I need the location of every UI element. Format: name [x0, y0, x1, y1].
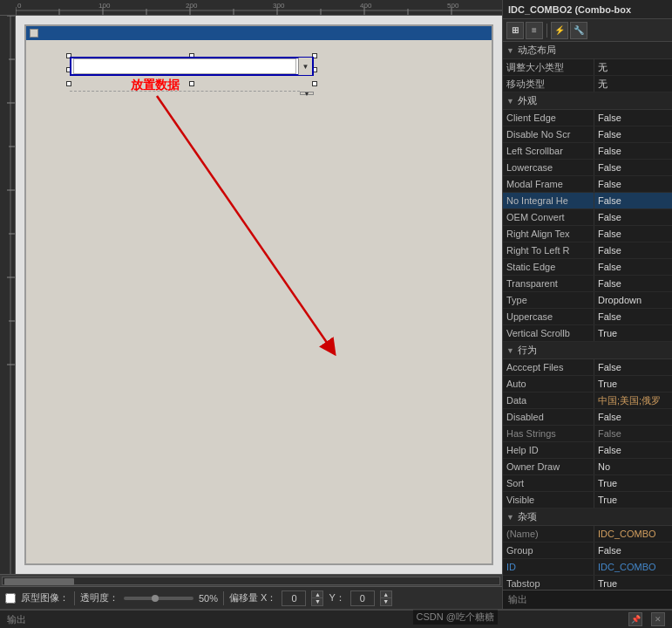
combo-widget-container[interactable]: ▼ ▼	[70, 57, 314, 83]
prop-row-move-type[interactable]: 移动类型 无	[503, 76, 672, 92]
prop-row-right-align-tex[interactable]: Right Align Tex False	[503, 226, 672, 242]
prop-value-move-type: 无	[594, 78, 672, 91]
toolbar-btn-2[interactable]: ≡	[526, 22, 543, 39]
annotation-arrow: 放置数据	[157, 96, 357, 366]
section-behavior[interactable]: ▼ 行为	[503, 342, 672, 359]
offset-x-input[interactable]	[282, 590, 306, 606]
section-behavior-label: 行为	[518, 344, 537, 357]
prop-row-disable-no-scr[interactable]: Disable No Scr False	[503, 126, 672, 143]
section-dynamic-layout-label: 动态布局	[518, 44, 556, 57]
prop-row-data[interactable]: Data 中国;美国;俄罗	[503, 392, 672, 409]
prop-row-modal-frame[interactable]: Modal Frame False	[503, 176, 672, 193]
toolbar-btn-3[interactable]: ⚡	[551, 22, 568, 39]
dock-close-btn[interactable]: ✕	[651, 612, 665, 626]
prop-row-vertical-scrollb[interactable]: Vertical Scrollb True	[503, 325, 672, 342]
prop-row-name[interactable]: (Name) IDC_COMBO	[503, 526, 672, 543]
prop-row-owner-draw[interactable]: Owner Draw No	[503, 459, 672, 475]
props-title: IDC_COMBO2 (Combo-box	[503, 0, 672, 19]
handle-br[interactable]	[312, 81, 317, 86]
prop-row-transparent[interactable]: Transparent False	[503, 276, 672, 292]
prop-row-tabstop[interactable]: Tabstop True	[503, 576, 672, 590]
prop-row-static-edge[interactable]: Static Edge False	[503, 259, 672, 276]
output-panel: 输出	[503, 590, 672, 609]
dock-pin-btn[interactable]: 📌	[628, 612, 642, 626]
handle-bm[interactable]	[189, 81, 194, 86]
toolbar-btn-1[interactable]: ⊞	[506, 22, 524, 39]
prop-row-lowercase[interactable]: Lowercase False	[503, 160, 672, 176]
prop-row-group[interactable]: Group False	[503, 543, 672, 559]
svg-text:400: 400	[360, 2, 372, 10]
prop-row-auto[interactable]: Auto True	[503, 376, 672, 392]
zoom-label: 50%	[199, 593, 218, 604]
prop-row-oem-convert[interactable]: OEM Convert False	[503, 209, 672, 226]
transparency-label: 透明度：	[80, 591, 119, 604]
ruler-horizontal: 0 100 200 300 400 500	[0, 0, 502, 16]
svg-text:100: 100	[98, 2, 111, 10]
prop-row-type[interactable]: Type Dropdown	[503, 292, 672, 309]
prop-row-right-to-left[interactable]: Right To Left R False	[503, 242, 672, 259]
prop-row-id[interactable]: ID IDC_COMBO	[503, 559, 672, 576]
svg-text:0: 0	[17, 2, 22, 10]
watermark: CSDN @吃个糖糖	[413, 610, 498, 625]
properties-panel: IDC_COMBO2 (Combo-box ⊞ ≡ ⚡ 🔧 ▼ 动态布局	[502, 0, 672, 609]
combo-box[interactable]: ▼	[70, 57, 314, 76]
handle-bl[interactable]	[66, 81, 71, 86]
prop-name-move-type: 移动类型	[503, 76, 594, 92]
prop-row-no-integral-he[interactable]: No Integral He False	[503, 193, 672, 209]
prop-row-has-strings[interactable]: Has Strings False	[503, 426, 672, 442]
bottom-dock-label: 输出	[7, 613, 26, 626]
section-appearance-label: 外观	[518, 94, 537, 107]
transparency-slider[interactable]	[124, 597, 193, 600]
svg-text:500: 500	[447, 2, 459, 10]
prop-value-resize-type: 无	[594, 61, 672, 74]
section-misc-label: 杂项	[518, 510, 537, 523]
props-list[interactable]: ▼ 动态布局 调整大小类型 无 移动类型 无 ▼ 外观	[503, 42, 672, 590]
offset-y-label: Y：	[329, 591, 344, 604]
bottom-dock: 输出 📌 ✕	[0, 609, 672, 628]
prop-row-sort[interactable]: Sort True	[503, 475, 672, 492]
toolbar-btn-4[interactable]: 🔧	[570, 22, 587, 39]
section-dynamic-layout[interactable]: ▼ 动态布局	[503, 42, 672, 59]
dialog-titlebar	[26, 26, 492, 40]
offset-x-label: 偏移量 X：	[229, 591, 276, 604]
horizontal-scrollbar[interactable]	[0, 574, 502, 586]
prop-row-left-scrollbar[interactable]: Left Scrollbar False	[503, 143, 672, 160]
dialog-container: ▼ ▼	[24, 24, 493, 565]
svg-text:300: 300	[273, 2, 285, 10]
prop-row-uppercase[interactable]: Uppercase False	[503, 309, 672, 325]
offset-y-input[interactable]	[350, 590, 375, 606]
prop-row-resize-type[interactable]: 调整大小类型 无	[503, 59, 672, 76]
section-appearance[interactable]: ▼ 外观	[503, 92, 672, 110]
offset-y-spin[interactable]: ▲ ▼	[380, 590, 392, 606]
canvas-panel: 0 100 200 300 400 500	[0, 0, 502, 609]
svg-text:200: 200	[186, 2, 198, 10]
section-misc[interactable]: ▼ 杂项	[503, 509, 672, 526]
status-bar: 原型图像： 透明度： 50% 偏移量 X： ▲ ▼ Y：	[0, 586, 502, 609]
offset-x-spin[interactable]: ▲ ▼	[311, 590, 323, 606]
props-toolbar: ⊞ ≡ ⚡ 🔧	[503, 19, 672, 42]
output-label: 输出	[508, 593, 527, 606]
prop-row-help-id[interactable]: Help ID False	[503, 442, 672, 459]
prototype-image-checkbox[interactable]	[5, 593, 16, 604]
prop-row-disabled[interactable]: Disabled False	[503, 409, 672, 426]
combo-dropdown-arrow[interactable]: ▼	[298, 58, 312, 75]
prop-name-resize-type: 调整大小类型	[503, 59, 594, 75]
ruler-vertical	[0, 16, 16, 574]
prop-row-accept-files[interactable]: Acccept Files False	[503, 359, 672, 376]
prop-row-client-edge[interactable]: Client Edge False	[503, 110, 672, 126]
svg-line-28	[157, 96, 331, 349]
prototype-image-label: 原型图像：	[21, 591, 69, 604]
prop-row-visible[interactable]: Visible True	[503, 492, 672, 509]
canvas-drawing-area[interactable]: ▼ ▼	[16, 16, 502, 574]
